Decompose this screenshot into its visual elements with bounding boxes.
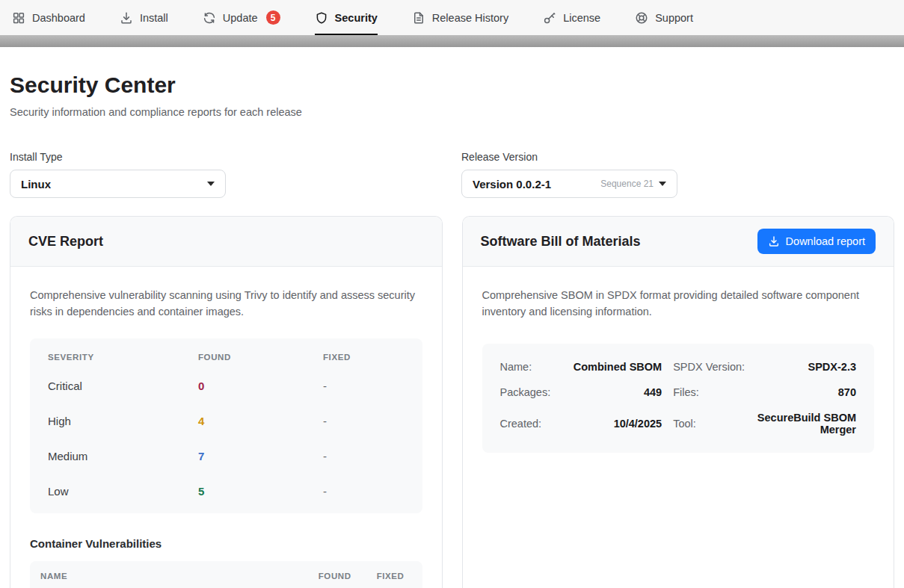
sbom-detail-label: Files: bbox=[673, 380, 745, 405]
sbom-detail-value: Combined SBOM bbox=[562, 354, 662, 380]
severity-label: Medium bbox=[48, 450, 198, 462]
sbom-detail-label: Packages: bbox=[500, 380, 551, 405]
sbom-detail-label: SPDX Version: bbox=[673, 354, 745, 380]
severity-label: Low bbox=[48, 485, 198, 498]
sbom-header: Software Bill of Materials Download repo… bbox=[463, 217, 894, 267]
filters-row: Install Type Linux Release Version Versi… bbox=[10, 151, 894, 198]
nav-item-label: Update bbox=[223, 12, 258, 24]
fixed-column-header: FIXED bbox=[323, 353, 405, 362]
download-report-button[interactable]: Download report bbox=[757, 229, 876, 254]
nav-item-release-history[interactable]: Release History bbox=[412, 0, 508, 35]
table-row: High 4 - bbox=[30, 403, 422, 439]
download-icon bbox=[120, 11, 133, 25]
table-row: Low 5 - bbox=[30, 474, 422, 509]
severity-table-header: SEVERITY FOUND FIXED bbox=[30, 338, 422, 368]
cve-report-title: CVE Report bbox=[28, 234, 103, 250]
download-report-label: Download report bbox=[786, 235, 865, 247]
nav-item-license[interactable]: License bbox=[543, 0, 600, 35]
release-version-label: Release Version bbox=[461, 151, 677, 163]
sbom-title: Software Bill of Materials bbox=[481, 234, 641, 250]
download-icon bbox=[768, 235, 780, 247]
update-count-badge: 5 bbox=[266, 10, 280, 25]
main-content: Security Center Security information and… bbox=[0, 72, 904, 588]
page-title: Security Center bbox=[10, 72, 894, 99]
container-table-header: NAME FOUND FIXED bbox=[30, 561, 422, 588]
sbom-description: Comprehensive SBOM in SPDX format provid… bbox=[482, 288, 875, 320]
sbom-detail-value: 10/4/2025 bbox=[562, 405, 662, 442]
nav-shadow-divider bbox=[0, 35, 904, 47]
nav-item-label: Support bbox=[655, 12, 693, 24]
nav-item-support[interactable]: Support bbox=[635, 0, 693, 35]
table-row: Medium 7 - bbox=[30, 439, 422, 474]
found-column-header: FOUND bbox=[198, 353, 323, 362]
page-subtitle: Security information and compliance repo… bbox=[10, 106, 894, 118]
release-version-value: Version 0.0.2-1 bbox=[473, 178, 600, 191]
nav-item-update[interactable]: Update 5 bbox=[203, 0, 280, 35]
sbom-details: Name: Combined SBOM SPDX Version: SPDX-2… bbox=[482, 344, 875, 453]
install-type-label: Install Type bbox=[10, 151, 226, 163]
sbom-detail-value: SPDX-2.3 bbox=[756, 354, 856, 380]
chevron-down-icon bbox=[207, 182, 215, 186]
fixed-count: - bbox=[323, 485, 405, 498]
key-icon bbox=[543, 11, 556, 25]
nav-item-dashboard[interactable]: Dashboard bbox=[12, 0, 85, 35]
sbom-detail-label: Tool: bbox=[673, 405, 745, 442]
top-nav: Dashboard Install Update 5 Security Rele… bbox=[0, 0, 904, 35]
name-column-header: NAME bbox=[40, 572, 319, 581]
cve-report-card: CVE Report Comprehensive vulnerability s… bbox=[10, 216, 443, 588]
nav-item-label: Security bbox=[335, 12, 378, 24]
found-count: 5 bbox=[198, 485, 323, 498]
nav-item-install[interactable]: Install bbox=[120, 0, 168, 35]
found-count: 0 bbox=[198, 380, 323, 392]
cve-report-header: CVE Report bbox=[10, 217, 442, 267]
fixed-count: - bbox=[323, 450, 405, 462]
fixed-column-header: FIXED bbox=[377, 572, 405, 581]
sbom-detail-label: Name: bbox=[500, 354, 551, 380]
cards-row: CVE Report Comprehensive vulnerability s… bbox=[10, 216, 894, 588]
sbom-detail-value: 870 bbox=[756, 380, 856, 405]
fixed-count: - bbox=[323, 380, 405, 392]
fixed-count: - bbox=[323, 415, 405, 427]
dashboard-grid-icon bbox=[12, 11, 25, 25]
life-buoy-icon bbox=[635, 11, 648, 25]
found-count: 4 bbox=[198, 415, 323, 427]
severity-column-header: SEVERITY bbox=[48, 353, 198, 362]
nav-item-label: Install bbox=[140, 12, 168, 24]
sbom-detail-label: Created: bbox=[500, 405, 551, 442]
severity-label: Critical bbox=[48, 380, 198, 392]
table-row: Critical 0 - bbox=[30, 368, 422, 403]
shield-icon bbox=[315, 11, 328, 25]
chevron-down-icon bbox=[659, 182, 666, 186]
document-icon bbox=[412, 11, 425, 25]
nav-item-label: License bbox=[563, 12, 600, 24]
container-vulnerabilities-title: Container Vulnerabilities bbox=[30, 537, 422, 550]
found-count: 7 bbox=[198, 450, 323, 462]
install-type-select[interactable]: Linux bbox=[10, 170, 226, 198]
nav-item-label: Dashboard bbox=[32, 12, 85, 24]
sbom-detail-value: 449 bbox=[562, 380, 662, 405]
severity-table: SEVERITY FOUND FIXED Critical 0 - High 4… bbox=[30, 338, 422, 513]
refresh-icon bbox=[203, 11, 216, 25]
install-type-value: Linux bbox=[21, 178, 207, 191]
cve-report-description: Comprehensive vulnerability scanning usi… bbox=[30, 288, 422, 320]
release-version-select[interactable]: Version 0.0.2-1 Sequence 21 bbox=[461, 170, 677, 198]
sbom-detail-value: SecureBuild SBOM Merger bbox=[756, 405, 856, 442]
severity-label: High bbox=[48, 415, 198, 427]
nav-item-security[interactable]: Security bbox=[315, 0, 378, 35]
sequence-hint: Sequence 21 bbox=[600, 179, 654, 189]
found-column-header: FOUND bbox=[319, 572, 351, 581]
nav-item-label: Release History bbox=[432, 12, 508, 24]
sbom-card: Software Bill of Materials Download repo… bbox=[462, 216, 895, 588]
